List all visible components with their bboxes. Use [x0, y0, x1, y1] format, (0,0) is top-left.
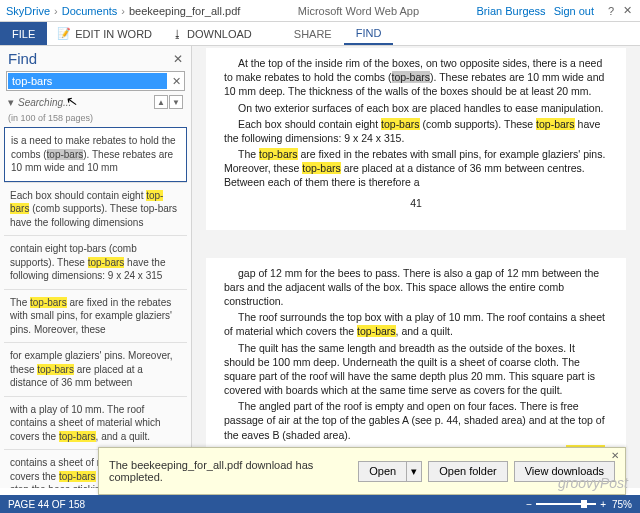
prev-result-icon[interactable]: ▲ [154, 95, 168, 109]
paragraph: Each box should contain eight top-bars (… [224, 117, 608, 145]
zoom-level[interactable]: 75% [612, 499, 632, 510]
close-notification-icon[interactable]: ✕ [611, 450, 619, 461]
paragraph: At the top of the inside rim of the boxe… [224, 56, 608, 99]
find-tab[interactable]: FIND [344, 22, 394, 45]
paragraph: gap of 12 mm for the bees to pass. There… [224, 266, 608, 309]
search-result[interactable]: Each box should contain eight top-bars (… [4, 182, 187, 236]
search-result[interactable]: for example glaziers' pins. Moreover, th… [4, 342, 187, 396]
page-number: 41 [224, 196, 608, 210]
chevron-right-icon: › [54, 5, 58, 17]
paragraph: The angled part of the roof is empty and… [224, 399, 608, 442]
page: At the top of the inside rim of the boxe… [206, 48, 626, 230]
sign-out-link[interactable]: Sign out [554, 5, 594, 17]
close-icon[interactable]: ✕ [620, 4, 634, 17]
paragraph: The quilt has the same length and breadt… [224, 341, 608, 398]
search-result[interactable]: contain eight top-bars (comb supports). … [4, 235, 187, 289]
search-status: Searching... [18, 97, 154, 108]
zoom-out-icon[interactable]: − [526, 499, 532, 510]
open-dropdown-button[interactable]: ▾ [406, 461, 422, 482]
breadcrumb-root[interactable]: SkyDrive [6, 5, 50, 17]
title-bar: SkyDrive › Documents › beekeeping_for_al… [0, 0, 640, 22]
find-title: Find [8, 50, 173, 67]
open-folder-button[interactable]: Open folder [428, 461, 507, 482]
zoom-slider[interactable] [536, 503, 596, 505]
word-icon: 📝 [57, 27, 71, 40]
next-result-icon[interactable]: ▼ [169, 95, 183, 109]
zoom-in-icon[interactable]: + [600, 499, 606, 510]
search-input[interactable] [8, 73, 167, 89]
result-count: (in 100 of 158 pages) [0, 113, 191, 127]
share-tab[interactable]: SHARE [282, 22, 344, 45]
search-result[interactable]: The top-bars are fixed in the rebates wi… [4, 289, 187, 343]
clear-search-icon[interactable]: ✕ [168, 75, 184, 88]
document-area[interactable]: At the top of the inside rim of the boxe… [192, 46, 640, 488]
view-downloads-button[interactable]: View downloads [514, 461, 615, 482]
chevron-right-icon: › [121, 5, 125, 17]
breadcrumb-documents[interactable]: Documents [62, 5, 118, 17]
app-name: Microsoft Word Web App [240, 5, 476, 17]
download-button[interactable]: ⭳DOWNLOAD [162, 22, 262, 45]
download-label: DOWNLOAD [187, 28, 252, 40]
paragraph: The roof surrounds the top box with a pl… [224, 310, 608, 338]
search-row: ✕ [6, 71, 185, 91]
download-notification: ✕ The beekeeping_for_all.pdf download ha… [98, 447, 626, 495]
download-message: The beekeeping_for_all.pdf download has … [109, 459, 358, 483]
status-bar: PAGE 44 OF 158 − + 75% [0, 495, 640, 513]
search-result[interactable]: with a play of 10 mm. The roof contains … [4, 396, 187, 450]
paragraph: The top-bars are fixed in the rebates wi… [224, 147, 608, 190]
breadcrumb-file: beekeeping_for_all.pdf [129, 5, 240, 17]
close-find-icon[interactable]: ✕ [173, 52, 183, 66]
edit-label: EDIT IN WORD [75, 28, 152, 40]
edit-in-word-button[interactable]: 📝EDIT IN WORD [47, 22, 162, 45]
open-button[interactable]: Open [358, 461, 406, 482]
find-pane: Find ✕ ✕ ▾ Searching... ▲▼ (in 100 of 15… [0, 46, 192, 488]
paragraph: On two exterior surfaces of each box are… [224, 101, 608, 115]
file-tab[interactable]: FILE [0, 22, 47, 45]
search-result[interactable]: is a need to make rebates to hold the co… [4, 127, 187, 182]
page-indicator[interactable]: PAGE 44 OF 158 [8, 499, 85, 510]
search-options-icon[interactable]: ▾ [8, 96, 14, 109]
results-list: is a need to make rebates to hold the co… [0, 127, 191, 488]
help-icon[interactable]: ? [604, 5, 618, 17]
user-name[interactable]: Brian Burgess [477, 5, 546, 17]
download-icon: ⭳ [172, 28, 183, 40]
toolbar: FILE 📝EDIT IN WORD ⭳DOWNLOAD SHARE FIND [0, 22, 640, 46]
